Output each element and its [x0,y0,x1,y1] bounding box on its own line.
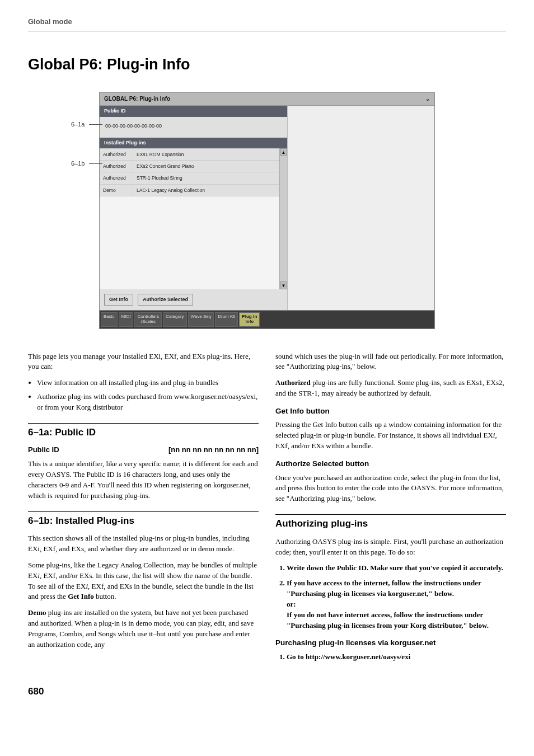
list-item: Authorize plug-ins with codes purchased … [37,392,259,413]
list-item: View information on all installed plug-i… [37,378,259,388]
body-paragraph: Authorized plug-ins are fully functional… [275,378,506,399]
tab-category[interactable]: Category [163,312,186,327]
screenshot-figure: 6–1a 6–1b GLOBAL P6: Plug-in Info ⌄ Publ… [99,92,435,329]
running-header: Global mode [28,17,506,31]
tab-bar: Basic MIDI Controllers /Scales Category … [100,310,434,328]
body-paragraph: Demo plug-ins are installed on the syste… [28,608,259,650]
page-number: 680 [28,685,506,699]
body-paragraph: Pressing the Get Info button calls up a … [275,420,506,452]
list-item[interactable]: Authorized STR-1 Plucked String [100,172,279,184]
scroll-up-icon[interactable]: ▲ [280,148,287,156]
intro-bullet-list: View information on all installed plug-i… [28,378,259,413]
window-titlebar: GLOBAL P6: Plug-in Info ⌄ [100,93,434,106]
list-item: Go to http://www.korguser.net/oasys/exi [287,652,506,663]
callout-6-1a: 6–1a [71,120,85,129]
plugin-list-empty-area [100,196,279,289]
intro-paragraph: This page lets you manage your installed… [28,351,259,373]
body-paragraph: sound which uses the plug-in will fade o… [275,351,506,373]
plugin-list[interactable]: Authorized EXs1 ROM Expansion Authorized… [100,148,279,289]
purchasing-via-korguser-heading: Purchasing plug-in licenses via korguser… [275,637,506,649]
scroll-down-icon[interactable]: ▼ [280,281,287,289]
public-id-header: Public ID [100,106,287,116]
tab-drum-kit[interactable]: Drum Kit [215,312,238,327]
body-paragraph: Some plug-ins, like the Legacy Analog Co… [28,560,259,602]
authorizing-plugins-heading: Authorizing plug-ins [275,514,506,531]
parameter-line: Public ID [nn nn nn nn nn nn nn nn] [28,445,259,456]
section-6-1a-heading: 6–1a: Public ID [28,423,259,440]
window-title: GLOBAL P6: Plug-in Info [104,95,170,104]
body-paragraph: Authorizing OASYS plug-ins is simple. Fi… [275,537,506,558]
authorizing-steps-list: Write down the Public ID. Make sure that… [275,563,506,631]
list-item: Write down the Public ID. Make sure that… [287,563,506,574]
tab-controllers-scales[interactable]: Controllers /Scales [134,312,162,327]
body-paragraph: Once you've purchased an authorization c… [275,473,506,505]
list-item: If you have access to the internet, foll… [287,578,506,631]
body-paragraph: This section shows all of the installed … [28,533,259,555]
list-item[interactable]: Demo LAC-1 Legacy Analog Collection [100,185,279,196]
authorize-selected-button[interactable]: Authorize Selected [138,294,193,306]
list-item[interactable]: Authorized EXs2 Concert Grand Piano [100,161,279,172]
public-id-value: 00-00-00-00-00-00-00-00 [100,117,287,138]
plugin-info-window: GLOBAL P6: Plug-in Info ⌄ Public ID 00-0… [99,92,435,329]
page-title: Global P6: Plug-in Info [28,54,506,76]
purchasing-steps-list: Go to http://www.korguser.net/oasys/exi [275,652,506,663]
tab-plugin-info[interactable]: Plug-in Info [239,312,260,327]
scrollbar[interactable]: ▲ ▼ [279,148,287,289]
section-6-1b-heading: 6–1b: Installed Plug-ins [28,511,259,528]
window-right-pane [287,106,434,309]
tab-midi[interactable]: MIDI [119,312,134,327]
menu-chevron-icon[interactable]: ⌄ [425,95,430,104]
param-name: Public ID [28,445,59,456]
public-id-description: This is a unique identifier, like a very… [28,459,259,501]
get-info-button-heading: Get Info button [275,406,506,417]
list-item[interactable]: Authorized EXs1 ROM Expansion [100,149,279,161]
get-info-button[interactable]: Get Info [104,294,133,306]
tab-basic[interactable]: Basic [101,312,118,327]
installed-plugins-header: Installed Plug-ins [100,138,287,148]
tab-wave-seq[interactable]: Wave Seq [188,312,214,327]
authorize-selected-button-heading: Authorize Selected button [275,458,506,469]
callout-6-1b: 6–1b [71,159,85,168]
param-range: [nn nn nn nn nn nn nn nn] [168,445,259,456]
